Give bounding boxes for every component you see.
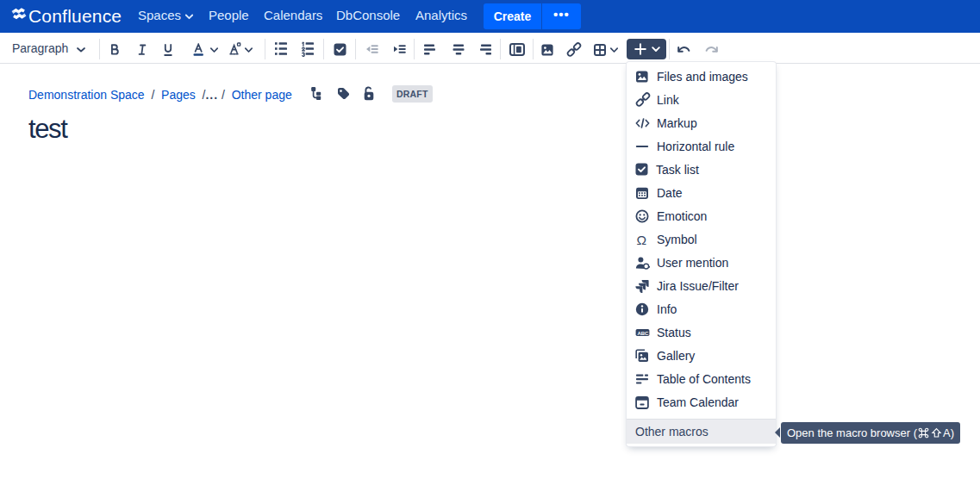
svg-text:Ω: Ω (637, 233, 647, 246)
svg-text:ABC: ABC (637, 330, 649, 335)
